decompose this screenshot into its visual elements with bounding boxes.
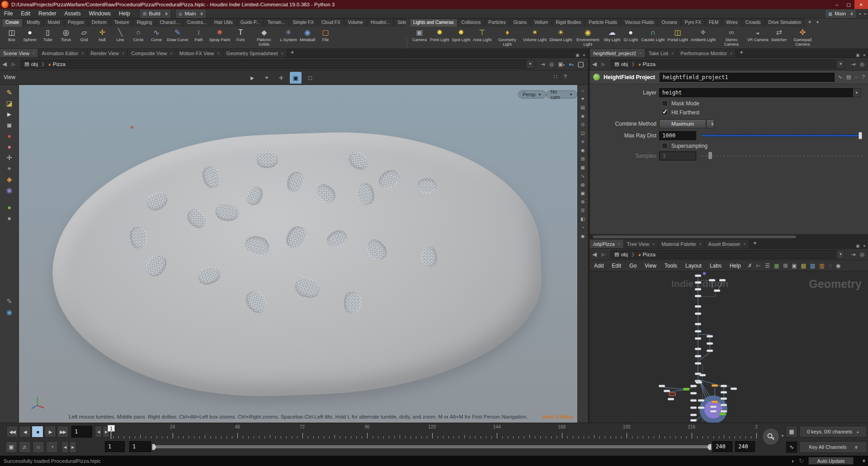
mask-mode-checkbox[interactable] — [662, 100, 668, 106]
tree-icon[interactable]: ⊢ — [756, 263, 761, 269]
network-node[interactable] — [707, 343, 713, 345]
edit-pencil-icon[interactable]: ✎ — [6, 89, 12, 96]
green-sphere-icon[interactable]: ● — [7, 203, 11, 211]
sculpt-brush-icon[interactable]: ◪ — [6, 99, 12, 107]
back-arrow-icon[interactable]: ◀ — [590, 251, 599, 258]
playback-clock-icon[interactable]: ◔ — [46, 441, 58, 453]
follow-selection-icon[interactable]: ◎ — [860, 251, 864, 258]
hit-farthest-checkbox[interactable] — [662, 109, 668, 115]
network-editor-canvas[interactable]: Indie Edition Geometry — [590, 271, 868, 425]
pen-tool-icon[interactable]: ✎ — [6, 297, 12, 305]
network-node[interactable] — [690, 385, 697, 387]
network-menu-add[interactable]: Add — [590, 263, 608, 269]
network-node[interactable] — [695, 295, 701, 297]
crosshair-icon[interactable]: ✛ — [581, 139, 585, 144]
network-node[interactable] — [710, 410, 717, 413]
layer-dropdown-caret[interactable]: ▼ — [853, 88, 861, 97]
pane-layout-icon[interactable]: ▣ — [856, 244, 860, 248]
network-node[interactable] — [709, 279, 715, 282]
shelf-tab-houdini[interactable]: Houdini... — [367, 19, 393, 27]
expression-icon[interactable]: ∿ — [838, 74, 842, 80]
material-icon[interactable]: ▣ — [580, 191, 585, 196]
network-node[interactable] — [714, 290, 720, 292]
key-options-caret[interactable]: ▼ — [781, 434, 784, 438]
blue-sphere-icon[interactable]: ◉ — [6, 308, 12, 316]
follow-selection-icon[interactable]: ◎ — [860, 61, 864, 67]
key-all-stepper[interactable] — [855, 444, 858, 450]
menu-render[interactable]: Render — [34, 10, 60, 17]
menu-file[interactable]: File — [0, 10, 17, 17]
tool-stereo-camera[interactable]: ∞Stereo Camera — [717, 27, 746, 49]
key-all-channels-box[interactable]: Key All Channels — [799, 441, 867, 453]
update-mode-stepper[interactable] — [863, 458, 865, 464]
tool-gamepad-camera[interactable]: ✜Gamepad Camera — [788, 27, 817, 49]
dome-icon[interactable]: ◉ — [581, 148, 585, 153]
view-mode-label[interactable]: View — [4, 74, 15, 80]
scene-viewport[interactable]: Persp▼ No cam▼ ≋ Left mouse tumbles. Mid… — [19, 85, 577, 423]
global-start-field[interactable]: 1 — [105, 441, 125, 452]
update-mode-dropdown[interactable]: Auto Update — [808, 457, 854, 465]
close-tab-icon[interactable]: × — [217, 51, 220, 56]
help-book-icon[interactable]: ▤ — [846, 74, 851, 80]
shelf-tab-volume[interactable]: Volume — [344, 19, 367, 27]
path-dropdown-caret[interactable]: ▼ — [837, 60, 844, 68]
visibility-icon[interactable]: ◉ — [836, 263, 840, 269]
node-name-field[interactable]: heightfield_project1 — [660, 73, 835, 82]
tool-sphere[interactable]: ●Sphere — [21, 27, 39, 49]
select-arrow-icon[interactable]: ► — [246, 72, 258, 84]
shelf-tab-modify[interactable]: Modify — [23, 19, 43, 27]
playback-range-slider[interactable] — [155, 445, 709, 449]
clock-icon[interactable]: ◔ — [581, 225, 584, 230]
tool-metaball[interactable]: ◉Metaball — [298, 27, 316, 49]
select-lasso-icon[interactable]: ⌖ — [261, 72, 273, 84]
shelf-set-stepper[interactable] — [850, 11, 853, 17]
range-start-field[interactable]: 1 — [129, 441, 151, 452]
object-display-icon[interactable]: ▣▾ — [558, 61, 565, 67]
shelf-tab-wires[interactable]: Wires — [722, 19, 741, 27]
tool-switcher[interactable]: ⇄Switcher — [770, 27, 788, 49]
close-tab-icon[interactable]: × — [744, 242, 746, 246]
network-menu-labs[interactable]: Labs — [706, 263, 726, 269]
desktop-selector[interactable]: ⊞ Build — [141, 10, 170, 18]
grid-snap-icon[interactable]: ⊞ — [581, 156, 585, 161]
shade-icon[interactable]: ◍ — [581, 182, 585, 187]
range-end-handle[interactable] — [707, 444, 712, 450]
wrench-icon[interactable]: ✗ — [748, 263, 752, 269]
multi-view-icon[interactable]: ▦ — [580, 165, 585, 170]
box-select-icon[interactable]: □ — [304, 72, 316, 84]
horizontal-splitter[interactable] — [590, 234, 868, 240]
pane-menu-caret-icon[interactable]: ▾ — [863, 53, 865, 57]
close-tab-icon[interactable]: × — [81, 51, 84, 56]
layer-field[interactable]: height — [659, 88, 853, 97]
network-node[interactable] — [669, 392, 676, 396]
tool-draw-curve[interactable]: ✎Draw Curve — [165, 27, 190, 49]
snapping-options-icon[interactable]: ∷ — [553, 73, 557, 80]
maximize-button[interactable]: ▢ — [843, 0, 854, 9]
shelf-tab-pyro-fx[interactable]: Pyro FX — [681, 19, 705, 27]
shelf-tab-charact[interactable]: Charact... — [156, 19, 183, 27]
tab-geometry-spreadsheet[interactable]: Geometry Spreadsheet× — [223, 49, 287, 57]
move-handles-icon[interactable]: ✛ — [275, 72, 287, 84]
shelf-tab-grains[interactable]: Grains — [510, 19, 530, 27]
network-node[interactable] — [695, 282, 701, 284]
breadcrumb-obj[interactable]: ▤ obj — [611, 251, 631, 257]
combine-method-stepper[interactable] — [706, 119, 714, 128]
tab-animation-editor[interactable]: Animation Editor× — [38, 49, 87, 57]
close-tab-icon[interactable]: × — [652, 242, 655, 246]
range-step-forward-button[interactable]: ▶ — [69, 441, 76, 453]
network-node[interactable] — [721, 398, 727, 400]
max-ray-dist-slider[interactable] — [702, 135, 863, 137]
stop-button[interactable]: ■ — [32, 426, 43, 438]
jump-to-start-button[interactable]: ◀◀ — [6, 426, 18, 438]
tool-portal-light[interactable]: ◫Portal Light — [666, 27, 689, 49]
network-menu-view[interactable]: View — [641, 263, 660, 269]
shelf-tab-vellum[interactable]: Vellum — [531, 19, 552, 27]
current-frame-field[interactable]: 1 — [71, 426, 92, 438]
tool-ambient-light[interactable]: ✧Ambient Light — [689, 27, 717, 49]
range-step-back-button[interactable]: ◀ — [61, 441, 69, 453]
tool-geometry-light[interactable]: ♦Geometry Light — [493, 27, 522, 49]
background-image-icon[interactable]: ▧ — [810, 263, 815, 269]
tool-area-light[interactable]: ⊤Area Light — [472, 27, 493, 49]
network-node[interactable] — [698, 400, 704, 402]
radial-menu-stepper[interactable] — [200, 11, 203, 17]
